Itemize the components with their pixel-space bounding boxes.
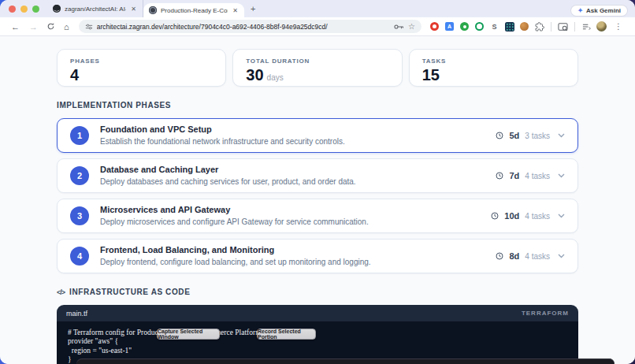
extension-red-icon[interactable] (429, 21, 440, 32)
whatsapp-extension-icon[interactable] (459, 21, 470, 32)
reload-button[interactable] (43, 22, 59, 31)
phase-title: Frontend, Load Balancing, and Monitoring (100, 245, 371, 256)
phase-title: Foundation and VPC Setup (100, 124, 345, 136)
phase-task-count: 3 tasks (525, 132, 550, 140)
clock-icon (496, 172, 503, 180)
phase-number-badge: 4 (70, 247, 89, 266)
phase-description: Deploy frontend, configure load balancin… (100, 257, 371, 267)
browser-window: zagran/ArchitectAI: AI-Powe ✕ Production… (0, 0, 635, 364)
chevron-down-icon[interactable] (555, 173, 565, 178)
stat-label: TOTAL DURATION (246, 58, 388, 65)
clock-icon (491, 212, 499, 220)
stat-card-tasks: TASKS 15 (409, 49, 578, 87)
code-brackets-icon: </> (57, 288, 65, 296)
phase-number-badge: 2 (70, 166, 89, 185)
phase-title: Microservices and API Gateway (100, 205, 369, 216)
chevron-down-icon[interactable] (555, 254, 565, 258)
implementation-phases-heading: IMPLEMENTATION PHASES (57, 101, 578, 110)
stat-value: 15 (422, 67, 440, 83)
s-extension-icon[interactable]: S (489, 21, 499, 32)
new-tab-button[interactable]: + (244, 0, 262, 17)
macos-screenshot-toolbar[interactable] (76, 358, 615, 364)
code-content: # Terraform config for Production-Ready … (57, 321, 578, 364)
green-ring-extension-icon[interactable] (474, 21, 485, 32)
sparkle-icon: ✦ (577, 7, 583, 14)
browser-menu-icon[interactable]: ⋮ (611, 22, 626, 31)
browser-toolbar: ← → ⌂ architectai.zagran.dev/architectur… (0, 17, 635, 36)
phase-task-count: 4 tasks (525, 252, 550, 261)
minimize-window-button[interactable] (20, 6, 28, 13)
maximize-window-button[interactable] (32, 6, 39, 13)
phase-duration: 8d (509, 251, 519, 261)
tab-close-icon[interactable]: ✕ (130, 6, 137, 13)
phase-duration: 10d (504, 211, 519, 221)
phase-number-badge: 3 (70, 206, 89, 225)
chevron-down-icon[interactable] (555, 214, 565, 218)
orange-extension-icon[interactable] (519, 21, 529, 32)
url-bar[interactable]: architectai.zagran.dev/architecture/7904… (79, 20, 421, 33)
password-key-icon[interactable] (394, 24, 404, 30)
clock-icon (496, 132, 503, 139)
screenshot-inspect-icon[interactable] (558, 21, 568, 32)
translate-extension-icon[interactable]: A (444, 21, 455, 32)
home-button[interactable]: ⌂ (59, 22, 74, 32)
phase-number-badge: 1 (70, 126, 89, 145)
github-favicon-icon (53, 5, 61, 13)
tab-strip: zagran/ArchitectAI: AI-Powe ✕ Production… (0, 0, 635, 17)
record-selected-portion-button[interactable]: Record Selected Portion (257, 329, 316, 340)
bookmark-star-icon[interactable]: ☆ (408, 22, 415, 31)
stats-row: PHASES 4 TOTAL DURATION 30 days TASKS 15 (57, 36, 578, 87)
chevron-down-icon[interactable] (555, 133, 565, 138)
phase-description: Deploy microservices and configure API G… (100, 217, 369, 227)
terraform-code-block: main.tf TERRAFORM # Terraform config for… (57, 305, 578, 364)
stat-card-duration: TOTAL DURATION 30 days (232, 49, 402, 87)
site-settings-icon[interactable] (85, 23, 93, 31)
back-button[interactable]: ← (6, 22, 24, 32)
url-text[interactable]: architectai.zagran.dev/architecture/7904… (97, 23, 390, 31)
stat-label: TASKS (422, 58, 565, 65)
phase-task-count: 4 tasks (525, 172, 550, 180)
phase-duration: 5d (509, 131, 519, 140)
tab-title: zagran/ArchitectAI: AI-Powe (65, 6, 126, 13)
phase-card-1[interactable]: 1 Foundation and VPC Setup Establish the… (57, 118, 578, 153)
side-panel-icon[interactable] (581, 21, 592, 32)
tab-close-icon[interactable]: ✕ (232, 7, 239, 14)
stat-value: 4 (70, 67, 79, 83)
tab-title: Production-Ready E-Comme (161, 7, 228, 14)
profile-avatar[interactable] (596, 21, 607, 32)
stat-card-phases: PHASES 4 (57, 49, 226, 87)
phase-title: Database and Caching Layer (100, 165, 356, 176)
code-language-badge: TERRAFORM (522, 310, 569, 317)
globe-favicon-icon (149, 6, 157, 14)
phase-task-count: 4 tasks (525, 212, 550, 221)
toolbar-divider (574, 22, 575, 32)
phase-duration: 7d (509, 171, 519, 180)
navy-mosaic-extension-icon[interactable] (504, 21, 514, 32)
phase-description: Deploy databases and caching services fo… (100, 176, 356, 187)
extensions-area: A S ⋮ (426, 21, 629, 32)
stat-label: PHASES (70, 58, 213, 65)
clock-icon (496, 252, 503, 260)
page-content: PHASES 4 TOTAL DURATION 30 days TASKS 15… (0, 36, 635, 364)
capture-selected-window-button[interactable]: Capture Selected Window (157, 329, 220, 340)
stat-suffix: days (267, 73, 284, 82)
close-window-button[interactable] (9, 6, 16, 13)
phase-card-2[interactable]: 2 Database and Caching Layer Deploy data… (57, 158, 578, 193)
extensions-puzzle-icon[interactable] (534, 21, 544, 32)
infrastructure-as-code-heading: </> INFRASTRUCTURE AS CODE (57, 288, 578, 296)
phase-card-3[interactable]: 3 Microservices and API Gateway Deploy m… (57, 199, 578, 233)
ask-gemini-label: Ask Gemini (586, 7, 621, 14)
window-controls (0, 0, 47, 17)
tab-github[interactable]: zagran/ArchitectAI: AI-Powe ✕ (47, 0, 143, 17)
phase-card-4[interactable]: 4 Frontend, Load Balancing, and Monitori… (57, 239, 578, 273)
stat-value: 30 (246, 67, 263, 83)
tab-active[interactable]: Production-Ready E-Comme ✕ (143, 3, 244, 17)
toolbar-divider (551, 22, 551, 32)
code-header: main.tf TERRAFORM (57, 305, 578, 321)
ask-gemini-button[interactable]: ✦ Ask Gemini (571, 6, 627, 16)
forward-button[interactable]: → (24, 22, 43, 32)
code-filename: main.tf (66, 310, 87, 318)
phase-description: Establish the foundational network infra… (100, 136, 345, 147)
